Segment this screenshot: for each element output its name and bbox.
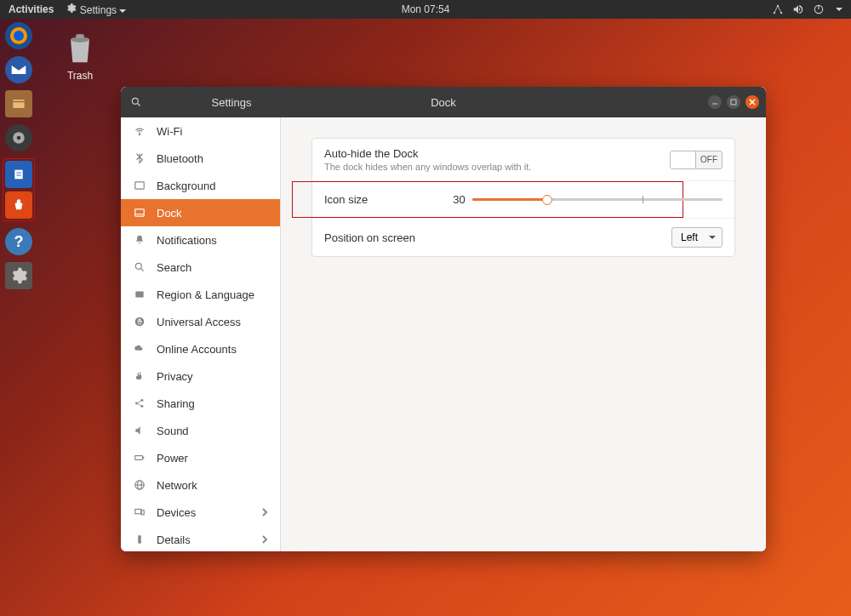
sidebar-item-label: Bluetooth <box>157 152 203 165</box>
sidebar-item-label: Universal Access <box>157 316 241 328</box>
window-titlebar[interactable]: Settings Dock <box>121 87 766 117</box>
libreoffice-writer-icon[interactable] <box>5 161 32 188</box>
sidebar-item-label: Dock <box>157 207 182 220</box>
sidebar-item-online-accounts[interactable]: Online Accounts <box>121 335 280 362</box>
svg-rect-14 <box>76 34 83 38</box>
sidebar-item-region[interactable]: Region & Language <box>121 281 280 308</box>
settings-app-icon[interactable] <box>5 262 32 289</box>
settings-content: Auto-hide the Dock The dock hides when a… <box>281 117 766 551</box>
dock: ? <box>0 19 37 616</box>
svg-point-29 <box>139 319 140 321</box>
close-button[interactable] <box>745 95 759 109</box>
position-dropdown[interactable]: Left <box>671 227 722 248</box>
maximize-button[interactable] <box>727 95 740 109</box>
firefox-icon[interactable] <box>5 22 32 49</box>
sidebar-item-label: Sound <box>157 425 189 437</box>
svg-rect-27 <box>135 292 143 298</box>
svg-point-28 <box>135 317 145 327</box>
accessibility-icon <box>133 316 146 328</box>
autohide-title: Auto-hide the Dock <box>324 147 531 160</box>
sidebar-item-label: Privacy <box>157 370 193 383</box>
sidebar-item-label: Wi-Fi <box>157 125 182 138</box>
wifi-icon <box>133 125 146 137</box>
icon-size-label: Icon size <box>324 193 368 206</box>
power-icon[interactable] <box>813 3 825 15</box>
sidebar-item-search[interactable]: Search <box>121 254 280 281</box>
network-icon[interactable] <box>772 3 784 15</box>
sidebar-item-label: Background <box>157 180 215 192</box>
toggle-state-label: OFF <box>696 155 722 164</box>
system-menu-caret[interactable] <box>836 8 842 11</box>
dock-icon <box>133 207 146 219</box>
settings-sidebar: Wi-Fi Bluetooth Background Dock Notifica… <box>121 117 281 551</box>
sidebar-item-label: Power <box>157 452 188 465</box>
icon-size-slider[interactable] <box>472 198 722 201</box>
trash-desktop-icon[interactable]: Trash <box>61 27 99 82</box>
svg-line-16 <box>138 104 140 106</box>
volume-icon[interactable] <box>792 3 804 15</box>
svg-point-6 <box>14 31 24 41</box>
share-icon <box>133 397 146 409</box>
sidebar-item-sound[interactable]: Sound <box>121 417 280 444</box>
settings-icon <box>66 3 77 14</box>
sidebar-item-universal-access[interactable]: Universal Access <box>121 308 280 335</box>
autohide-row: Auto-hide the Dock The dock hides when a… <box>312 139 734 181</box>
svg-rect-39 <box>141 510 144 515</box>
speaker-icon <box>133 425 146 436</box>
sidebar-item-label: Notifications <box>157 234 217 247</box>
bell-icon <box>133 234 146 246</box>
minimize-button[interactable] <box>708 95 722 109</box>
sidebar-item-label: Region & Language <box>157 288 254 301</box>
help-icon[interactable]: ? <box>5 228 32 255</box>
sidebar-item-label: Sharing <box>157 397 195 410</box>
software-center-icon[interactable] <box>5 191 32 219</box>
svg-rect-10 <box>16 172 20 173</box>
settings-window: Settings Dock Wi-Fi Bluetooth Background… <box>121 87 766 551</box>
svg-point-21 <box>139 134 140 135</box>
svg-point-25 <box>135 263 141 269</box>
rhythmbox-icon[interactable] <box>5 124 32 151</box>
autohide-toggle[interactable]: OFF <box>670 151 722 169</box>
bluetooth-icon <box>133 152 146 164</box>
sidebar-item-label: Search <box>157 261 191 274</box>
dock-settings-panel: Auto-hide the Dock The dock hides when a… <box>311 138 735 257</box>
svg-rect-40 <box>138 535 141 543</box>
chevron-right-icon <box>261 507 268 517</box>
svg-rect-11 <box>16 174 20 174</box>
search-icon <box>133 261 146 273</box>
svg-point-32 <box>140 405 143 408</box>
svg-line-26 <box>141 269 144 271</box>
thunderbird-icon[interactable] <box>5 56 32 83</box>
sidebar-item-network[interactable]: Network <box>121 471 280 499</box>
sidebar-item-bluetooth[interactable]: Bluetooth <box>121 145 280 172</box>
sidebar-item-label: Network <box>157 479 197 492</box>
sidebar-item-power[interactable]: Power <box>121 444 280 471</box>
globe-icon <box>133 288 146 300</box>
search-button[interactable] <box>121 87 151 117</box>
devices-icon <box>133 506 146 518</box>
top-panel: Activities Settings Mon 07:54 <box>0 0 851 19</box>
sidebar-item-details[interactable]: Details <box>121 526 280 551</box>
sidebar-item-background[interactable]: Background <box>121 172 280 199</box>
sidebar-item-label: Details <box>157 533 191 546</box>
svg-rect-12 <box>16 175 20 176</box>
clock[interactable]: Mon 07:54 <box>402 3 450 15</box>
sidebar-item-privacy[interactable]: Privacy <box>121 362 280 390</box>
sidebar-item-dock[interactable]: Dock <box>121 199 280 226</box>
sidebar-item-sharing[interactable]: Sharing <box>121 390 280 417</box>
svg-rect-23 <box>135 209 145 216</box>
svg-point-8 <box>17 136 21 140</box>
icon-size-row: Icon size 30 <box>312 181 734 219</box>
activities-button[interactable]: Activities <box>9 3 54 15</box>
svg-rect-18 <box>731 100 736 105</box>
hand-icon <box>133 370 146 382</box>
sidebar-item-label: Online Accounts <box>157 343 237 356</box>
window-title: Dock <box>431 96 456 109</box>
sidebar-item-devices[interactable]: Devices <box>121 499 280 526</box>
files-icon[interactable] <box>5 90 32 117</box>
sidebar-item-wifi[interactable]: Wi-Fi <box>121 117 280 145</box>
sidebar-item-notifications[interactable]: Notifications <box>121 226 280 254</box>
app-menu[interactable]: Settings <box>66 3 126 16</box>
svg-point-30 <box>135 402 138 405</box>
icon-size-value: 30 <box>453 193 465 206</box>
